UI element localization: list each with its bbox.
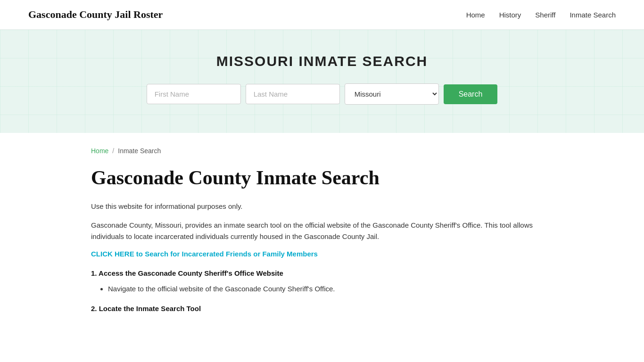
nav-sheriff[interactable]: Sheriff bbox=[535, 11, 555, 19]
page-heading: Gasconade County Inmate Search bbox=[91, 166, 553, 189]
step1-list: Navigate to the official website of the … bbox=[91, 283, 553, 295]
nav-home[interactable]: Home bbox=[466, 11, 485, 19]
site-header: Gasconade County Jail Roster Home Histor… bbox=[0, 0, 644, 30]
breadcrumb-home[interactable]: Home bbox=[91, 147, 108, 155]
hero-title: MISSOURI INMATE SEARCH bbox=[9, 53, 635, 69]
nav-inmate-search[interactable]: Inmate Search bbox=[570, 11, 616, 19]
main-content: Home / Inmate Search Gasconade County In… bbox=[63, 133, 581, 346]
info-line: Use this website for informational purpo… bbox=[91, 201, 553, 212]
step2-heading: 2. Locate the Inmate Search Tool bbox=[91, 304, 553, 313]
breadcrumb: Home / Inmate Search bbox=[91, 147, 553, 155]
nav-history[interactable]: History bbox=[499, 11, 521, 19]
search-form: MissouriAlabamaAlaskaArizonaArkansasCali… bbox=[9, 83, 635, 105]
click-here-link[interactable]: CLICK HERE to Search for Incarcerated Fr… bbox=[91, 250, 553, 258]
breadcrumb-current: Inmate Search bbox=[118, 147, 161, 155]
last-name-input[interactable] bbox=[246, 84, 340, 104]
search-button[interactable]: Search bbox=[444, 84, 498, 104]
step1-bullet: Navigate to the official website of the … bbox=[108, 283, 553, 295]
hero-section: MISSOURI INMATE SEARCH MissouriAlabamaAl… bbox=[0, 30, 644, 133]
description: Gasconade County, Missouri, provides an … bbox=[91, 220, 553, 242]
first-name-input[interactable] bbox=[147, 84, 241, 104]
step1-heading: 1. Access the Gasconade County Sheriff's… bbox=[91, 269, 553, 277]
main-nav: Home History Sheriff Inmate Search bbox=[466, 11, 616, 19]
site-title: Gasconade County Jail Roster bbox=[28, 8, 163, 21]
state-select[interactable]: MissouriAlabamaAlaskaArizonaArkansasCali… bbox=[345, 83, 439, 105]
breadcrumb-separator: / bbox=[112, 147, 114, 155]
